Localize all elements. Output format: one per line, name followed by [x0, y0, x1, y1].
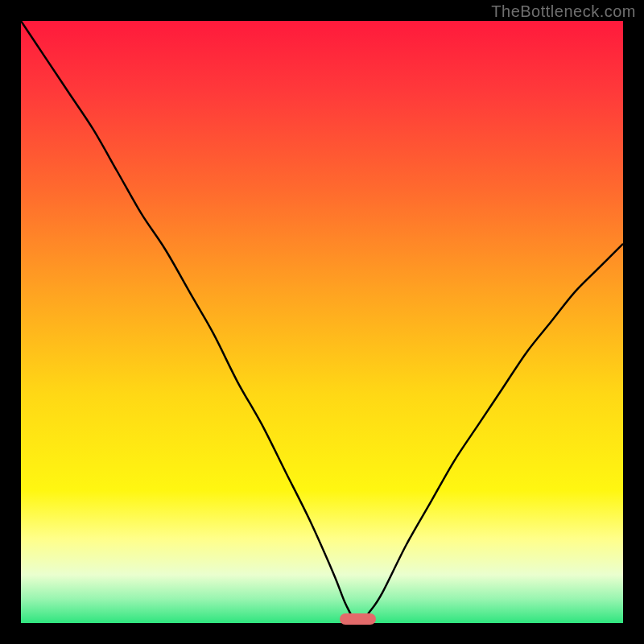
bottleneck-curve [21, 21, 623, 623]
plot-area [21, 21, 623, 623]
optimal-marker [340, 613, 376, 625]
watermark-text: TheBottleneck.com [491, 2, 636, 21]
chart-frame: TheBottleneck.com [0, 0, 644, 644]
